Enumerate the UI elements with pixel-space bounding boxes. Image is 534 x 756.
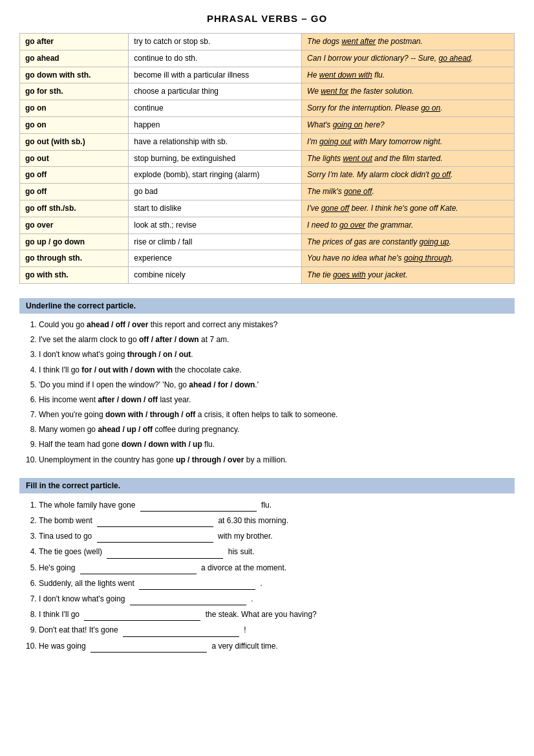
table-phrase-cell: go down with sth. (20, 67, 129, 83)
table-def-cell: stop burning, be extinguished (129, 150, 302, 167)
table-example-cell: I'm going out with Mary tomorrow night. (302, 133, 515, 150)
list-item: Unemployment in the country has gone up … (39, 454, 515, 466)
table-def-cell: choose a particular thing (129, 83, 302, 100)
exercise-2-header: Fill in the correct particle. (19, 478, 515, 493)
table-def-cell: start to dislike (129, 200, 302, 217)
list-item: He was going a very difficult time. (39, 640, 515, 653)
fill-blank[interactable] (107, 545, 223, 558)
page-title: PHRASAL VERBS – GO (19, 13, 515, 24)
table-def-cell: rise or climb / fall (129, 233, 302, 250)
fill-blank[interactable] (80, 561, 197, 574)
list-item: I don't know what's going through / on /… (39, 349, 515, 361)
table-def-cell: continue to do sth. (129, 50, 302, 67)
list-item: Half the team had gone down / down with … (39, 438, 515, 451)
list-item: I think I'll go for / out with / down wi… (39, 364, 515, 376)
phrasal-verbs-table: go aftertry to catch or stop sb.The dogs… (19, 33, 515, 284)
table-example-cell: I've gone off beer. I think he's gone of… (302, 200, 515, 217)
table-example-cell: You have no idea what he's going through… (302, 250, 515, 267)
table-def-cell: experience (129, 250, 302, 267)
table-example-cell: We went for the faster solution. (302, 83, 515, 100)
table-def-cell: have a relationship with sb. (129, 133, 302, 150)
table-phrase-cell: go for sth. (20, 83, 129, 100)
list-item: The whole family have gone flu. (39, 499, 515, 512)
table-def-cell: look at sth.; revise (129, 217, 302, 233)
list-item: His income went after / down / off last … (39, 394, 515, 406)
fill-blank[interactable] (84, 608, 200, 621)
table-def-cell: go bad (129, 184, 302, 200)
table-def-cell: explode (bomb), start ringing (alarm) (129, 167, 302, 184)
list-item: Tina used to go with my brother. (39, 530, 515, 543)
table-def-cell: become ill with a particular illness (129, 67, 302, 83)
fill-blank[interactable] (97, 530, 213, 543)
table-phrase-cell: go on (20, 116, 129, 133)
list-item: The bomb went at 6.30 this morning. (39, 514, 515, 527)
list-item: When you're going down with / through / … (39, 409, 515, 421)
list-item: I've set the alarm clock to go off / aft… (39, 334, 515, 346)
table-phrase-cell: go through sth. (20, 250, 129, 267)
fill-blank[interactable] (140, 499, 257, 512)
list-item: Many women go ahead / up / off coffee du… (39, 424, 515, 436)
exercise-1-header: Underline the correct particle. (19, 298, 515, 314)
fill-blank[interactable] (91, 640, 207, 653)
list-item: Suddenly, all the lights went . (39, 577, 515, 590)
table-phrase-cell: go out (with sb.) (20, 133, 129, 150)
table-phrase-cell: go on (20, 100, 129, 117)
table-example-cell: He went down with flu. (302, 67, 515, 83)
exercise-2-list: The whole family have gone flu.The bomb … (19, 499, 515, 653)
table-example-cell: I need to go over the grammar. (302, 217, 515, 233)
table-phrase-cell: go off (20, 184, 129, 200)
exercise-1-list: Could you go ahead / off / over this rep… (19, 319, 515, 466)
fill-blank[interactable] (123, 623, 239, 636)
table-example-cell: Can I borrow your dictionary? -- Sure, g… (302, 50, 515, 67)
table-example-cell: Sorry I'm late. My alarm clock didn't go… (302, 167, 515, 184)
list-item: Don't eat that! It's gone ! (39, 623, 515, 636)
table-phrase-cell: go with sth. (20, 267, 129, 284)
table-example-cell: The tie goes with your jacket. (302, 267, 515, 284)
table-phrase-cell: go off sth./sb. (20, 200, 129, 217)
exercise-1-section: Underline the correct particle. Could yo… (19, 298, 515, 466)
fill-blank[interactable] (130, 592, 246, 605)
list-item: I think I'll go the steak. What are you … (39, 608, 515, 621)
fill-blank[interactable] (139, 577, 255, 590)
list-item: Could you go ahead / off / over this rep… (39, 319, 515, 331)
table-def-cell: try to catch or stop sb. (129, 34, 302, 50)
list-item: The tie goes (well) his suit. (39, 545, 515, 558)
table-example-cell: The milk's gone off. (302, 184, 515, 200)
table-example-cell: The dogs went after the postman. (302, 34, 515, 50)
table-phrase-cell: go off (20, 167, 129, 184)
table-def-cell: continue (129, 100, 302, 117)
list-item: He's going a divorce at the moment. (39, 561, 515, 574)
table-phrase-cell: go ahead (20, 50, 129, 67)
table-phrase-cell: go over (20, 217, 129, 233)
fill-blank[interactable] (97, 514, 213, 527)
table-def-cell: combine nicely (129, 267, 302, 284)
table-example-cell: Sorry for the interruption. Please go on… (302, 100, 515, 117)
table-example-cell: What's going on here? (302, 116, 515, 133)
table-phrase-cell: go out (20, 150, 129, 167)
exercise-2-section: Fill in the correct particle. The whole … (19, 478, 515, 653)
table-def-cell: happen (129, 116, 302, 133)
table-example-cell: The lights went out and the film started… (302, 150, 515, 167)
list-item: I don't know what's going . (39, 592, 515, 605)
table-example-cell: The prices of gas are constantly going u… (302, 233, 515, 250)
list-item: 'Do you mind if I open the window?' 'No,… (39, 379, 515, 391)
table-phrase-cell: go up / go down (20, 233, 129, 250)
table-phrase-cell: go after (20, 34, 129, 50)
